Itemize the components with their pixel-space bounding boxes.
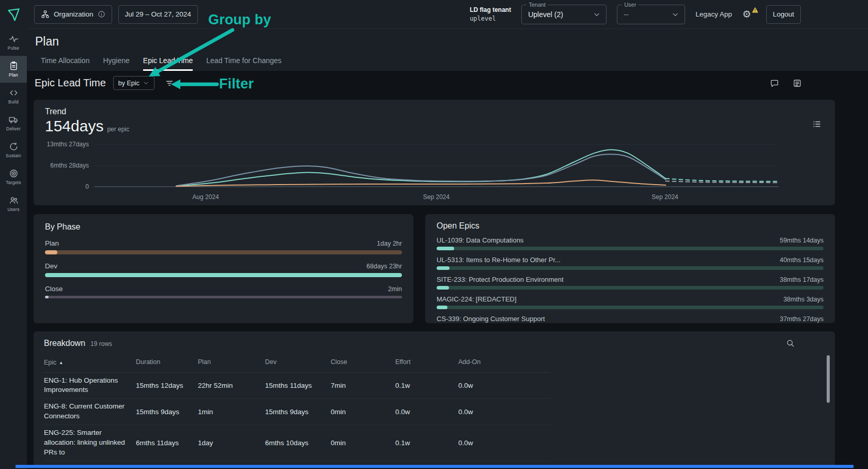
sidebar-item-targets[interactable]: Targets	[0, 163, 27, 190]
cell-effort: 0.0w	[395, 408, 458, 416]
sidebar-item-label: Deliver	[6, 126, 21, 131]
by-phase-title: By Phase	[45, 222, 402, 232]
ld-flag-label: LD flag tenant	[470, 6, 511, 14]
phase-label: Close	[45, 285, 63, 293]
sidebar-item-pulse[interactable]: Pulse	[0, 29, 27, 56]
phase-bar	[45, 250, 402, 254]
phase-row-dev: Dev68days 23hr	[45, 262, 402, 277]
open-epic-row[interactable]: SITE-233: Protect Production Environment…	[437, 276, 824, 290]
x-tick-label: Sep 2024	[423, 193, 450, 201]
trend-value: 154days	[45, 117, 103, 135]
tenant-select[interactable]: Tenant Uplevel (2)	[521, 5, 607, 24]
cell-dev: 15mths 9days	[265, 408, 331, 416]
cards-row: By Phase Plan1day 2hr Dev68days 23hr Clo…	[34, 214, 835, 323]
y-tick-label: 0	[85, 183, 89, 190]
phase-value: 1day 2hr	[377, 240, 402, 247]
cell-close: 7min	[331, 382, 395, 389]
column-header-addon[interactable]: Add-On	[458, 358, 520, 368]
sidebar-item-build[interactable]: Build	[0, 83, 27, 110]
tab-bar: Time Allocation Hygiene Epic Lead Time L…	[34, 56, 868, 71]
tab-time-allocation[interactable]: Time Allocation	[41, 56, 89, 71]
epic-value: 59mths 14days	[780, 237, 824, 244]
main-column: Organization Jul 29 – Oct 27, 2024 LD fl…	[27, 0, 868, 469]
trend-value-row: 154days per epic	[45, 117, 824, 135]
comment-button[interactable]	[767, 75, 782, 91]
chevron-down-icon	[143, 80, 149, 86]
epic-bar-fill	[437, 247, 454, 250]
open-epics-card: Open Epics UL-1039: Data Computations59m…	[425, 214, 835, 323]
sidebar-item-users[interactable]: Users	[0, 190, 27, 217]
topbar-right: LD flag tenant uplevel Tenant Uplevel (2…	[470, 5, 801, 24]
cell-dev: 6mths 10days	[265, 439, 331, 447]
user-select[interactable]: User --	[617, 5, 685, 24]
table-row[interactable]: ENG-8: Current Customer Connectors 15mth…	[44, 399, 550, 425]
cell-epic: ENG-8: Current Customer Connectors	[44, 402, 136, 421]
tab-lead-time-for-changes[interactable]: Lead Time for Changes	[206, 56, 282, 71]
settings-button[interactable]: ⚙	[742, 8, 756, 21]
epic-label: UL-5313: Items to Re-Home to Other Pr...	[437, 256, 561, 264]
users-icon	[9, 195, 19, 205]
column-header-duration[interactable]: Duration	[136, 358, 198, 368]
trend-chart: 06mths 28days13mths 27daysAug 2024Sep 20…	[45, 135, 784, 202]
legacy-app-link[interactable]: Legacy App	[695, 10, 732, 18]
filter-button[interactable]	[162, 75, 177, 91]
ld-flag-tenant: LD flag tenant uplevel	[470, 6, 511, 22]
x-tick-label: Sep 2024	[652, 193, 678, 201]
filter-icon	[165, 79, 174, 88]
cell-addon: 0.0w	[458, 408, 520, 416]
column-header-close[interactable]: Close	[331, 358, 395, 368]
phase-bar-fill	[45, 250, 57, 254]
sidebar-item-sustain[interactable]: Sustain	[0, 137, 27, 163]
date-range-label: Jul 29 – Oct 27, 2024	[125, 10, 191, 18]
page-title: Plan	[35, 35, 868, 49]
breakdown-card: Breakdown 19 rows Epic▲ Duration Plan De…	[34, 331, 835, 467]
group-by-dropdown[interactable]: by Epic	[113, 76, 154, 90]
open-epic-row[interactable]: MAGIC-224: [REDACTED]38mths 3days	[437, 295, 824, 309]
sidebar-item-deliver[interactable]: Deliver	[0, 110, 27, 137]
column-header-plan[interactable]: Plan	[198, 358, 265, 368]
table-row[interactable]: ENG-225: Smarter allocation: linking unl…	[44, 425, 550, 461]
open-epic-row[interactable]: CS-339: Ongoing Customer Support37mths 2…	[437, 315, 824, 323]
y-tick-label: 6mths 28days	[50, 162, 89, 169]
epic-bar	[437, 247, 824, 250]
scrollbar-thumb[interactable]	[827, 355, 830, 403]
column-header-effort[interactable]: Effort	[395, 358, 458, 368]
open-epic-row[interactable]: UL-1039: Data Computations59mths 14days	[437, 236, 824, 250]
org-chart-icon	[41, 10, 50, 19]
sidebar-item-plan[interactable]: Plan	[0, 56, 27, 83]
epic-value: 38mths 3days	[783, 296, 824, 303]
cell-dev: 15mths 11days	[265, 382, 331, 389]
search-button[interactable]	[786, 339, 795, 350]
open-epic-row[interactable]: UL-5313: Items to Re-Home to Other Pr...…	[437, 256, 824, 270]
by-phase-card: By Phase Plan1day 2hr Dev68days 23hr Clo…	[34, 214, 413, 323]
sidebar-item-label: Users	[7, 207, 19, 212]
trend-value-suffix: per epic	[107, 126, 129, 133]
cell-addon: 0.0w	[458, 439, 520, 447]
column-header-epic[interactable]: Epic▲	[44, 358, 136, 368]
tab-hygiene[interactable]: Hygiene	[103, 56, 129, 71]
target-icon	[9, 169, 19, 178]
phase-value: 68days 23hr	[366, 263, 402, 270]
table-row[interactable]: ENG-1: Hub Operations Improvements 15mth…	[44, 373, 550, 399]
organization-button[interactable]: Organization	[34, 5, 112, 24]
chat-bubble-icon	[770, 79, 779, 88]
pulse-icon	[9, 34, 19, 44]
epic-bar	[437, 306, 824, 309]
app-logo[interactable]	[0, 0, 27, 29]
chevron-down-icon	[593, 10, 601, 19]
search-icon	[786, 339, 795, 347]
logout-button[interactable]: Logout	[766, 5, 801, 24]
column-header-dev[interactable]: Dev	[265, 358, 331, 368]
phase-value: 2min	[388, 285, 402, 293]
open-epics-title: Open Epics	[437, 221, 824, 231]
legend-button[interactable]	[812, 119, 822, 131]
cell-epic: ENG-1: Hub Operations Improvements	[44, 376, 136, 396]
epic-bar	[437, 266, 824, 270]
date-range-button[interactable]: Jul 29 – Oct 27, 2024	[118, 5, 198, 24]
sort-asc-icon: ▲	[59, 360, 63, 365]
report-button[interactable]	[789, 75, 805, 91]
phase-bar-fill	[45, 273, 402, 277]
tab-epic-lead-time[interactable]: Epic Lead Time	[143, 56, 193, 71]
cell-plan: 1min	[198, 408, 265, 416]
cell-epic: ENG-225: Smarter allocation: linking unl…	[44, 428, 136, 458]
